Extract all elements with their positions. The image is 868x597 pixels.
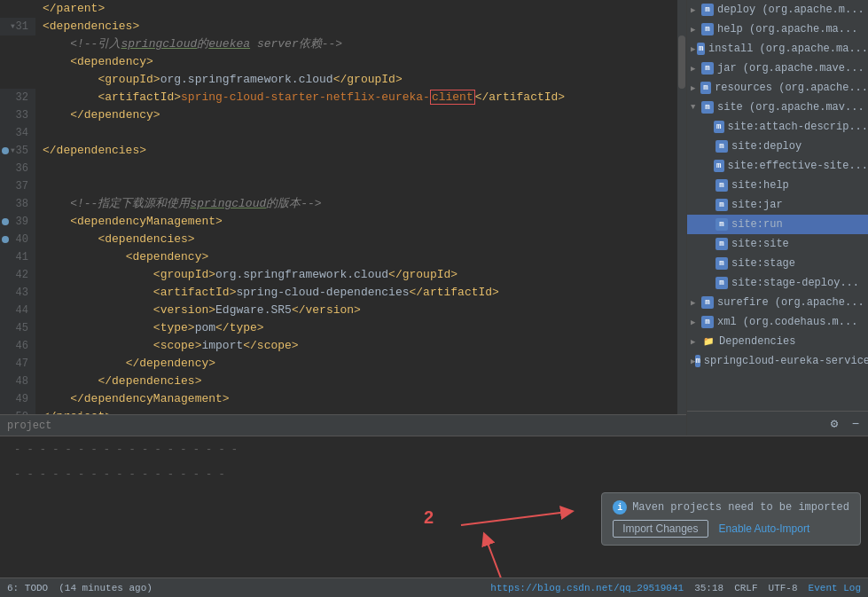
list-item[interactable]: ▶ m jar (org.apache.mave... (687, 59, 868, 78)
line-number: 43 (0, 284, 35, 302)
maven-icon: m (716, 199, 728, 211)
todo-count[interactable]: 6: TODO (7, 583, 48, 593)
line-code: <dependencies> (35, 231, 686, 248)
editor-area: </parent> 31 <dependencies> <!--引入spring… (0, 0, 868, 436)
line-code: </dependencies> (35, 373, 686, 390)
maven-icon: m (695, 355, 700, 367)
right-panel-toolbar: ⚙ − (687, 411, 868, 436)
code-editor[interactable]: </parent> 31 <dependencies> <!--引入spring… (0, 0, 686, 414)
expand-icon: ▶ (691, 64, 701, 74)
dashed-text-1: - - - - - - - - - - - - - - - - - - (14, 444, 854, 456)
list-item[interactable]: ▶ m deploy (org.apache.m... (687, 0, 868, 20)
table-row: <!--引入springcloud的euekea server依赖--> (0, 35, 686, 53)
list-item[interactable]: m site:effective-site... (687, 156, 868, 176)
line-code: <!--引入springcloud的euekea server依赖--> (35, 35, 686, 53)
table-row: 41 <dependency> (0, 248, 686, 266)
tree-item-label: install (org.apache.ma... (708, 43, 868, 55)
minus-button[interactable]: − (847, 415, 864, 433)
list-item[interactable]: m site:attach-descrip... (687, 117, 868, 137)
svg-line-2 (486, 538, 536, 577)
table-row: <dependency> (0, 53, 686, 71)
tree-item-label: surefire (org.apache... (717, 296, 864, 309)
list-item[interactable]: m site:jar (687, 195, 868, 215)
enable-auto-import-button[interactable]: Enable Auto-Import (716, 520, 814, 538)
info-icon: i (613, 500, 627, 515)
tree-item-label: xml (org.codehaus.m... (717, 316, 857, 328)
table-row: 46 <scope>import</scope> (0, 337, 686, 355)
tree-item-label: site:stage (731, 257, 795, 270)
expand-icon: ▶ (691, 83, 700, 93)
tree-item-label: site:stage-deploy... (731, 277, 859, 289)
maven-icon: m (701, 4, 714, 16)
tree-item-label: site:jar (731, 199, 783, 211)
list-item[interactable]: ▶ m springcloud-eureka-service... (687, 351, 868, 371)
tree-item-label: springcloud-eureka-service... (704, 355, 868, 367)
table-row: 43 <artifactId>spring-cloud-dependencies… (0, 284, 686, 302)
line-code: <type>pom</type> (35, 319, 686, 337)
list-item[interactable]: ▶ m surefire (org.apache... (687, 293, 868, 312)
tree-item-label: site:attach-descrip... (728, 121, 868, 133)
expand-icon: ▼ (691, 103, 701, 112)
line-code: <groupId>org.springframework.cloud</grou… (35, 71, 686, 89)
maven-icon: m (701, 62, 714, 75)
right-panel: ▶ m deploy (org.apache.m... ▶ m help (or… (687, 0, 868, 436)
notification-buttons: Import Changes Enable Auto-Import (613, 520, 849, 538)
url-link[interactable]: https://blog.csdn.net/qq_29519041 (490, 583, 684, 593)
list-item[interactable]: ▼ m site (org.apache.mav... (687, 98, 868, 117)
line-number: 44 (0, 302, 35, 319)
list-item[interactable]: m site:stage (687, 254, 868, 273)
expand-icon: ▶ (691, 298, 701, 308)
list-item[interactable]: ▶ m help (org.apache.ma... (687, 20, 868, 39)
list-item[interactable]: m site:run (687, 215, 868, 234)
list-item[interactable]: m site:help (687, 176, 868, 195)
list-item[interactable]: ▶ m install (org.apache.ma... (687, 39, 868, 59)
table-row: </parent> (0, 0, 686, 18)
line-code: <dependencies> (35, 18, 686, 35)
line-number: 34 (0, 124, 35, 142)
breadcrumb-text: project (7, 420, 51, 432)
list-item[interactable]: ▶ m xml (org.codehaus.m... (687, 312, 868, 332)
table-row: 42 <groupId>org.springframework.cloud</g… (0, 266, 686, 284)
list-item[interactable]: m site:stage-deploy... (687, 273, 868, 293)
tree-item-label: site:help (731, 179, 789, 192)
line-ending[interactable]: CRLF (734, 583, 757, 593)
line-number: 37 (0, 177, 35, 195)
folder-icon: 📁 (701, 334, 716, 349)
expand-icon: ▶ (691, 318, 701, 327)
maven-tree[interactable]: ▶ m deploy (org.apache.m... ▶ m help (or… (687, 0, 868, 411)
encoding[interactable]: UTF-8 (769, 583, 798, 593)
tree-item-label: site:effective-site... (728, 160, 868, 172)
scrollbar-thumb-v[interactable] (678, 35, 685, 89)
status-left: 6: TODO (14 minutes ago) (7, 583, 152, 593)
tree-item-label: site:deploy (731, 140, 802, 153)
tree-item-label: site:run (731, 218, 783, 231)
import-changes-button[interactable]: Import Changes (613, 520, 708, 538)
line-code: <dependency> (35, 248, 686, 266)
list-item[interactable]: ▶ m resources (org.apache... (687, 78, 868, 98)
line-code: </dependency> (35, 355, 686, 373)
vertical-scrollbar[interactable] (677, 0, 686, 414)
line-code: <artifactId>spring-cloud-starter-netflix… (35, 89, 686, 106)
line-number: 45 (0, 319, 35, 337)
maven-icon: m (716, 179, 728, 192)
tree-item-label: deploy (org.apache.m... (717, 4, 864, 16)
list-item[interactable]: ▶ 📁 Dependencies (687, 332, 868, 351)
expand-icon: ▶ (691, 5, 701, 15)
status-bar: 6: TODO (14 minutes ago) https://blog.cs… (0, 577, 868, 597)
list-item[interactable]: m site:deploy (687, 137, 868, 156)
tree-item-label: site (org.apache.mav... (717, 101, 864, 114)
maven-notification: i Maven projects need to be imported Imp… (601, 492, 861, 546)
line-code: </dependency> (35, 106, 686, 124)
table-row: 35 </dependencies> (0, 142, 686, 160)
editor-pane: </parent> 31 <dependencies> <!--引入spring… (0, 0, 687, 436)
table-row: 34 (0, 124, 686, 142)
table-row: 32 <artifactId>spring-cloud-starter-netf… (0, 89, 686, 106)
line-number: 33 (0, 106, 35, 124)
table-row: 49 </dependencyManagement> (0, 390, 686, 408)
tree-item-label: jar (org.apache.mave... (717, 62, 864, 75)
line-number: 42 (0, 266, 35, 284)
list-item[interactable]: m site:site (687, 234, 868, 254)
event-log[interactable]: Event Log (809, 583, 861, 593)
gear-button[interactable]: ⚙ (825, 415, 843, 433)
maven-icon: m (714, 160, 724, 172)
